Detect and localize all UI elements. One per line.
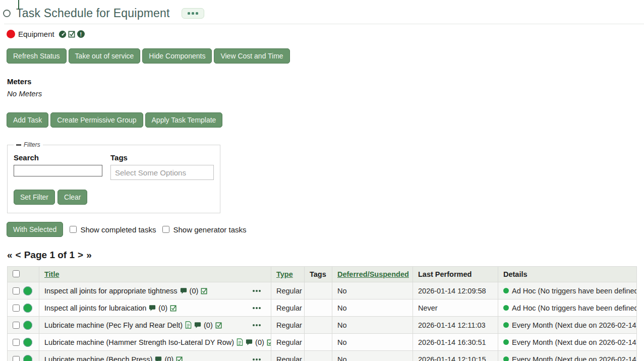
- table-row: Lubricate machine (Pec Fly and Rear Delt…: [8, 317, 637, 334]
- first-page-button[interactable]: «: [7, 250, 13, 261]
- comment-count: (0): [204, 321, 213, 329]
- task-deferred: No: [337, 355, 347, 361]
- row-select-checkbox[interactable]: [13, 287, 20, 294]
- row-select-checkbox[interactable]: [13, 305, 20, 312]
- task-type: Regular: [276, 338, 302, 346]
- meters-heading: Meters: [7, 77, 644, 86]
- row-actions-button[interactable]: [253, 324, 261, 326]
- task-title[interactable]: Lubricate machine (Bench Press): [44, 355, 152, 361]
- sort-deferred-header[interactable]: Deferred/Suspended: [337, 270, 409, 278]
- trigger-status-green-icon: [503, 305, 509, 311]
- task-status-green-icon: [23, 355, 32, 361]
- comment-bubble-icon[interactable]: [194, 322, 201, 329]
- task-title[interactable]: Inspect all joints for lubraication: [44, 304, 146, 312]
- task-deferred: No: [337, 338, 347, 346]
- create-permissive-group-button[interactable]: Create Permissive Group: [50, 112, 143, 128]
- trigger-status-green-icon: [503, 322, 509, 328]
- asset-status-red-icon: [7, 30, 15, 38]
- sort-title-header[interactable]: Title: [44, 270, 60, 278]
- task-last-performed: 2026-01-14 16:30:51: [418, 338, 486, 346]
- comment-count: (0): [190, 287, 199, 295]
- row-actions-button[interactable]: [253, 307, 261, 309]
- row-actions-button[interactable]: [253, 290, 261, 292]
- tags-select-input[interactable]: [110, 165, 214, 180]
- checked-checkbox-icon[interactable]: [267, 339, 271, 346]
- document-icon[interactable]: [237, 338, 243, 346]
- row-actions-button[interactable]: [253, 358, 261, 360]
- checked-checkbox-icon[interactable]: [215, 322, 222, 329]
- checked-checkbox-icon[interactable]: [176, 356, 183, 361]
- selection-row: With Selected Show completed tasks Show …: [7, 222, 644, 237]
- more-options-button[interactable]: [182, 8, 204, 19]
- apply-task-template-button[interactable]: Apply Task Template: [145, 112, 223, 128]
- view-cost-and-time-button[interactable]: View Cost and Time: [214, 48, 289, 64]
- task-toolbar: Add Task Create Permissive Group Apply T…: [7, 112, 644, 128]
- next-page-button[interactable]: >: [78, 250, 83, 261]
- page-header: Task Schedule for Equipment: [0, 0, 644, 24]
- alert-circle-icon[interactable]: !: [77, 30, 85, 38]
- task-details: Ad Hoc (No triggers have been defined): [512, 304, 637, 312]
- sort-type-header[interactable]: Type: [276, 270, 293, 278]
- task-status-green-icon: [23, 321, 32, 330]
- filters-panel: Filters Search Tags Set Filter Clear: [7, 141, 220, 213]
- prev-page-button[interactable]: <: [16, 250, 21, 261]
- task-type: Regular: [276, 287, 302, 295]
- task-title[interactable]: Lubricate machine (Pec Fly and Rear Delt…: [44, 321, 183, 329]
- header-divider: [4, 24, 644, 24]
- document-icon[interactable]: [185, 321, 192, 329]
- comment-bubble-icon[interactable]: [180, 287, 187, 294]
- select-all-checkbox[interactable]: [13, 270, 20, 277]
- checked-checkbox-icon[interactable]: [201, 287, 208, 294]
- search-input[interactable]: [14, 165, 102, 176]
- meters-empty-text: No Meters: [7, 89, 644, 98]
- details-header: Details: [503, 270, 528, 278]
- task-details: Every Month (Next due on 2026-02-14): [512, 338, 637, 346]
- comment-bubble-icon[interactable]: [149, 305, 156, 312]
- task-title[interactable]: Inspect all joints for appropriate tight…: [44, 287, 178, 295]
- comment-count: (0): [158, 304, 167, 312]
- row-select-checkbox[interactable]: [13, 322, 20, 329]
- task-deferred: No: [337, 287, 347, 295]
- tags-label: Tags: [110, 153, 214, 162]
- with-selected-button[interactable]: With Selected: [7, 222, 63, 237]
- text-cursor: [18, 0, 19, 10]
- filters-legend[interactable]: Filters: [14, 141, 43, 148]
- task-table-body: Inspect all joints for appropriate tight…: [8, 282, 637, 361]
- collapse-icon[interactable]: [16, 144, 21, 146]
- hide-components-button[interactable]: Hide Components: [142, 48, 212, 64]
- task-last-performed: Never: [418, 304, 438, 312]
- task-last-performed: 2026-01-14 12:09:58: [418, 287, 486, 295]
- show-generator-tasks-label: Show generator tasks: [173, 225, 246, 234]
- clear-filter-button[interactable]: Clear: [57, 190, 87, 205]
- task-status-green-icon: [23, 338, 32, 347]
- status-ring-icon: [3, 10, 11, 17]
- show-completed-tasks-label: Show completed tasks: [80, 225, 156, 234]
- task-status-green-icon: [23, 286, 32, 295]
- task-table: Title Type Tags Deferred/Suspended Last …: [7, 266, 637, 361]
- table-row: Lubricate machine (Bench Press) (0) Regu…: [8, 351, 637, 361]
- checked-checkbox-icon[interactable]: [68, 30, 76, 38]
- asset-row: Equipment !: [7, 30, 644, 38]
- task-title[interactable]: Lubricate machine (Hammer Strength Iso-L…: [44, 338, 234, 346]
- task-last-performed: 2026-01-14 12:11:03: [418, 321, 486, 329]
- task-type: Regular: [276, 304, 302, 312]
- table-row: Inspect all joints for lubraication (0) …: [8, 299, 637, 317]
- show-generator-tasks-checkbox[interactable]: [162, 226, 169, 233]
- tags-header: Tags: [310, 270, 326, 278]
- asset-name[interactable]: Equipment: [18, 30, 54, 38]
- ellipsis-icon: [188, 12, 190, 15]
- last-page-button[interactable]: »: [86, 250, 92, 261]
- refresh-status-button[interactable]: Refresh Status: [7, 48, 67, 64]
- set-filter-button[interactable]: Set Filter: [14, 190, 55, 205]
- checked-checkbox-icon[interactable]: [170, 305, 177, 312]
- table-row: Inspect all joints for appropriate tight…: [8, 282, 637, 299]
- add-task-button[interactable]: Add Task: [7, 112, 48, 128]
- gauge-icon[interactable]: [58, 30, 67, 38]
- comment-bubble-icon[interactable]: [246, 339, 253, 346]
- comment-bubble-icon[interactable]: [155, 356, 162, 361]
- show-completed-tasks-checkbox[interactable]: [70, 226, 77, 233]
- take-out-of-service-button[interactable]: Take out of service: [69, 48, 141, 64]
- row-select-checkbox[interactable]: [13, 339, 20, 346]
- row-select-checkbox[interactable]: [13, 356, 20, 361]
- task-details: Every Month (Next due on 2026-02-14): [512, 321, 637, 329]
